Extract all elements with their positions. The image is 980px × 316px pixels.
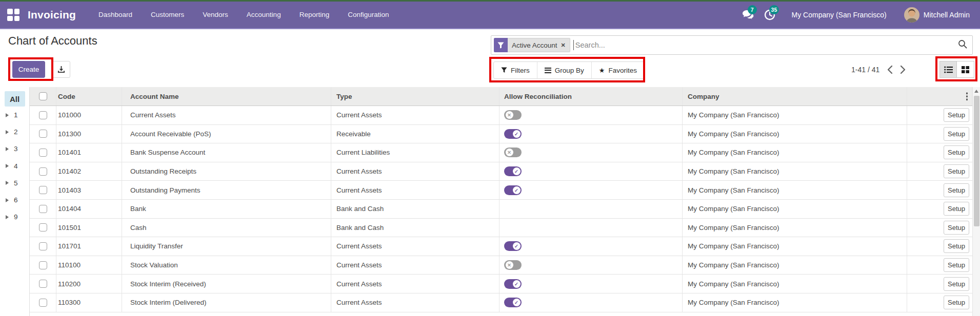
scroll-thumb[interactable] (974, 96, 979, 226)
table-row[interactable]: 101404 Bank Bank and Cash My Company (Sa… (30, 200, 972, 219)
group-by-button[interactable]: Group By (537, 62, 591, 78)
search-options: Filters Group By ★ Favorites (493, 61, 645, 79)
cell-company: My Company (San Francisco) (683, 293, 907, 312)
search-input[interactable]: Search... (575, 41, 958, 49)
reconcile-toggle[interactable] (504, 129, 522, 139)
setup-button[interactable]: Setup (944, 277, 969, 291)
setup-button[interactable]: Setup (944, 183, 969, 197)
table-row[interactable]: 110100 Stock Valuation Current Assets My… (30, 256, 972, 275)
sidebar-group-5[interactable]: 5 (0, 175, 29, 192)
toggle-knob (506, 111, 513, 119)
setup-button[interactable]: Setup (944, 221, 969, 235)
facet-remove-icon[interactable]: ✕ (561, 42, 566, 49)
row-checkbox[interactable] (39, 261, 47, 269)
user-menu[interactable]: Mitchell Admin (904, 7, 972, 23)
sidebar-group-2[interactable]: 2 (0, 123, 29, 140)
sidebar-group-3[interactable]: 3 (0, 140, 29, 157)
column-header-code[interactable]: Code (56, 87, 122, 106)
list-view-button[interactable] (939, 61, 957, 78)
search-icon[interactable] (958, 39, 967, 51)
row-checkbox[interactable] (39, 280, 47, 288)
table-row[interactable]: 101403 Outstanding Payments Current Asse… (30, 181, 972, 200)
menu-configuration[interactable]: Configuration (338, 1, 398, 29)
export-button[interactable] (52, 61, 70, 78)
cell-account-name: Cash (122, 219, 331, 237)
menu-dashboard[interactable]: Dashboard (89, 1, 142, 29)
sidebar-group-9[interactable]: 9 (0, 208, 29, 225)
expand-arrow-icon (6, 215, 9, 219)
apps-menu-icon[interactable] (7, 9, 19, 21)
pager-next-button[interactable] (900, 65, 906, 74)
cell-account-name: Bank (122, 200, 331, 218)
column-header-reconcile[interactable]: Allow Reconciliation (499, 87, 683, 106)
setup-button[interactable]: Setup (944, 296, 969, 309)
reconcile-toggle[interactable] (504, 279, 522, 289)
reconcile-toggle[interactable] (504, 166, 522, 176)
favorites-button[interactable]: ★ Favorites (591, 62, 644, 78)
activities-button[interactable]: 35 (761, 6, 778, 24)
menu-customers[interactable]: Customers (142, 1, 193, 29)
cell-account-name: Outstanding Receipts (122, 162, 331, 181)
setup-button[interactable]: Setup (944, 127, 969, 141)
table-row[interactable]: 110300 Stock Interim (Delivered) Current… (30, 293, 972, 312)
cell-type: Current Assets (331, 181, 499, 199)
scroll-up-arrow-icon[interactable] (973, 87, 980, 95)
reconcile-toggle[interactable] (504, 298, 522, 307)
company-switcher[interactable]: My Company (San Francisco) (783, 11, 900, 19)
sidebar-item-all[interactable]: All (5, 91, 25, 107)
menu-reporting[interactable]: Reporting (290, 1, 339, 29)
setup-button[interactable]: Setup (944, 108, 969, 122)
reconcile-toggle[interactable] (504, 148, 522, 157)
reconcile-toggle[interactable] (504, 260, 522, 270)
table-row[interactable]: 101300 Account Receivable (PoS) Receivab… (30, 125, 972, 144)
row-checkbox[interactable] (39, 299, 47, 307)
messages-button[interactable]: 7 (739, 6, 757, 24)
column-header-name[interactable]: Account Name (122, 87, 331, 106)
column-header-type[interactable]: Type (331, 87, 499, 106)
row-checkbox[interactable] (39, 223, 47, 231)
filters-button[interactable]: Filters (494, 62, 537, 78)
setup-button[interactable]: Setup (944, 145, 969, 159)
reconcile-toggle[interactable] (504, 185, 522, 195)
table-row[interactable]: 101701 Liquidity Transfer Current Assets… (30, 237, 972, 256)
pager-previous-button[interactable] (887, 65, 893, 74)
row-checkbox[interactable] (39, 167, 47, 176)
setup-button[interactable]: Setup (944, 202, 969, 216)
sidebar-group-1[interactable]: 1 (0, 107, 29, 123)
sidebar-group-6[interactable]: 6 (0, 192, 29, 208)
app-name[interactable]: Invoicing (28, 9, 76, 21)
create-button[interactable]: Create (12, 61, 45, 78)
expand-arrow-icon (6, 164, 9, 168)
cell-company: My Company (San Francisco) (683, 143, 907, 162)
select-all-checkbox[interactable] (39, 92, 47, 100)
view-switcher (939, 61, 974, 78)
setup-button[interactable]: Setup (944, 239, 969, 253)
sidebar-group-4[interactable]: 4 (0, 158, 29, 175)
table-row[interactable]: 101402 Outstanding Receipts Current Asse… (30, 162, 972, 181)
table-row[interactable]: 110200 Stock Interim (Received) Current … (30, 275, 972, 293)
setup-button[interactable]: Setup (944, 258, 969, 272)
row-checkbox[interactable] (39, 186, 47, 194)
cell-account-name: Bank Suspense Account (122, 143, 331, 162)
table-row[interactable]: 101401 Bank Suspense Account Current Lia… (30, 143, 972, 162)
row-checkbox[interactable] (39, 149, 47, 157)
menu-vendors[interactable]: Vendors (193, 1, 237, 29)
row-checkbox[interactable] (39, 205, 47, 213)
vertical-scrollbar[interactable] (972, 87, 980, 316)
setup-button[interactable]: Setup (944, 164, 969, 178)
row-checkbox[interactable] (39, 111, 47, 119)
cell-company: My Company (San Francisco) (683, 275, 907, 293)
row-checkbox[interactable] (39, 130, 47, 138)
reconcile-toggle[interactable] (504, 241, 522, 251)
row-checkbox[interactable] (39, 242, 47, 250)
table-row[interactable]: 101501 Cash Bank and Cash My Company (Sa… (30, 219, 972, 238)
menu-accounting[interactable]: Accounting (237, 1, 290, 29)
kanban-view-button[interactable] (957, 61, 974, 78)
optional-columns-icon[interactable] (966, 92, 968, 100)
reconcile-toggle[interactable] (504, 110, 522, 120)
column-header-company[interactable]: Company (683, 87, 907, 106)
table-row[interactable]: 101000 Current Assets Current Assets My … (30, 106, 972, 125)
search-bar[interactable]: Active Account ✕ Search... (491, 35, 973, 55)
cell-code: 110100 (56, 256, 122, 275)
avatar (904, 7, 919, 23)
